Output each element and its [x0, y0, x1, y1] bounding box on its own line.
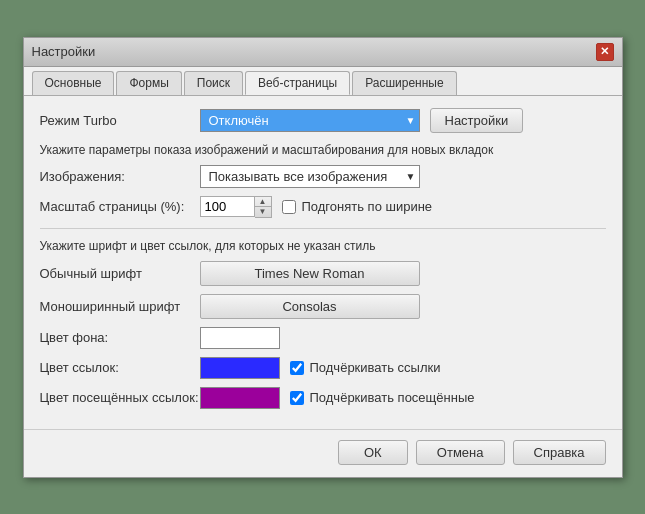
underline-visited-row: Подчёркивать посещённые: [290, 390, 475, 405]
normal-font-button[interactable]: Times New Roman: [200, 261, 420, 286]
normal-font-label: Обычный шрифт: [40, 266, 200, 281]
scale-row: Масштаб страницы (%): ▲ ▼ Подгонять по ш…: [40, 196, 606, 218]
tab-forms[interactable]: Формы: [116, 71, 181, 95]
bg-color-picker[interactable]: [200, 327, 280, 349]
visited-color-picker[interactable]: [200, 387, 280, 409]
mono-font-label: Моноширинный шрифт: [40, 299, 200, 314]
turbo-settings-button[interactable]: Настройки: [430, 108, 524, 133]
fit-width-row: Подгонять по ширине: [282, 199, 433, 214]
link-color-label: Цвет ссылок:: [40, 360, 200, 375]
turbo-label: Режим Turbo: [40, 113, 200, 128]
cancel-button[interactable]: Отмена: [416, 440, 505, 465]
settings-window: Настройки ✕ Основные Формы Поиск Веб-стр…: [23, 37, 623, 478]
bottom-bar: ОК Отмена Справка: [24, 429, 622, 477]
images-section-desc: Укажите параметры показа изображений и м…: [40, 143, 606, 157]
underline-links-row: Подчёркивать ссылки: [290, 360, 441, 375]
turbo-row: Режим Turbo Отключён ▼ Настройки: [40, 108, 606, 133]
images-row: Изображения: Показывать все изображения …: [40, 165, 606, 188]
tab-basic[interactable]: Основные: [32, 71, 115, 95]
bg-color-label: Цвет фона:: [40, 330, 200, 345]
visited-color-label: Цвет посещённых ссылок:: [40, 390, 200, 405]
underline-visited-checkbox[interactable]: [290, 391, 304, 405]
normal-font-row: Обычный шрифт Times New Roman: [40, 261, 606, 286]
bg-color-row: Цвет фона:: [40, 327, 606, 349]
fonts-section-desc: Укажите шрифт и цвет ссылок, для которых…: [40, 239, 606, 253]
fit-width-checkbox[interactable]: [282, 200, 296, 214]
tab-content: Режим Turbo Отключён ▼ Настройки Укажите…: [24, 96, 622, 429]
underline-links-label: Подчёркивать ссылки: [310, 360, 441, 375]
images-select-wrapper: Показывать все изображения ▼: [200, 165, 420, 188]
ok-button[interactable]: ОК: [338, 440, 408, 465]
link-color-picker[interactable]: [200, 357, 280, 379]
visited-color-row: Цвет посещённых ссылок: Подчёркивать пос…: [40, 387, 606, 409]
title-bar: Настройки ✕: [24, 38, 622, 67]
scale-input[interactable]: [200, 196, 255, 217]
scale-spinner: ▲ ▼: [200, 196, 272, 218]
images-select[interactable]: Показывать все изображения: [200, 165, 420, 188]
scale-down-button[interactable]: ▼: [255, 207, 271, 217]
underline-links-checkbox[interactable]: [290, 361, 304, 375]
scale-spin-buttons: ▲ ▼: [255, 196, 272, 218]
section-divider: [40, 228, 606, 229]
help-button[interactable]: Справка: [513, 440, 606, 465]
window-title: Настройки: [32, 44, 96, 59]
tab-web[interactable]: Веб-страницы: [245, 71, 350, 95]
images-label: Изображения:: [40, 169, 200, 184]
tab-search[interactable]: Поиск: [184, 71, 243, 95]
scale-up-button[interactable]: ▲: [255, 197, 271, 207]
fit-width-label: Подгонять по ширине: [302, 199, 433, 214]
underline-visited-label: Подчёркивать посещённые: [310, 390, 475, 405]
mono-font-button[interactable]: Consolas: [200, 294, 420, 319]
close-button[interactable]: ✕: [596, 43, 614, 61]
scale-label: Масштаб страницы (%):: [40, 199, 200, 214]
mono-font-row: Моноширинный шрифт Consolas: [40, 294, 606, 319]
tab-advanced[interactable]: Расширенные: [352, 71, 457, 95]
turbo-select[interactable]: Отключён: [200, 109, 420, 132]
turbo-select-wrapper: Отключён ▼: [200, 109, 420, 132]
tab-bar: Основные Формы Поиск Веб-страницы Расшир…: [24, 67, 622, 96]
link-color-row: Цвет ссылок: Подчёркивать ссылки: [40, 357, 606, 379]
